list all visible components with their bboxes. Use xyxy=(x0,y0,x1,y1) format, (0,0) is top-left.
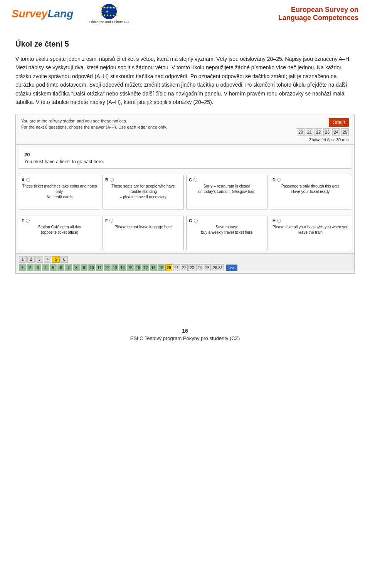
eslc-subtitle: Language Competences xyxy=(278,14,358,22)
page-num-14[interactable]: 14 xyxy=(119,264,126,271)
page-num-8[interactable]: 8 xyxy=(73,264,80,271)
answer-label-row-E: E xyxy=(22,218,98,223)
page-footer: 16 ESLC Testový program Pokyny pro stude… xyxy=(0,320,370,349)
answer-radio-B[interactable] xyxy=(110,178,114,182)
footer-text: ESLC Testový program Pokyny pro studenty… xyxy=(8,335,362,341)
quiz-nav-numbers: 20 21 22 23 24 25 xyxy=(297,128,349,136)
tab-6[interactable]: 6 xyxy=(61,256,68,263)
answer-radio-F[interactable] xyxy=(109,219,113,223)
answer-text-D: Passengers only through this gateHave yo… xyxy=(272,184,348,194)
page-num-10[interactable]: 10 xyxy=(88,264,95,271)
tab-2[interactable]: 2 xyxy=(27,256,35,263)
page-num-5[interactable]: 5 xyxy=(50,264,57,271)
answer-card-G[interactable]: G Save money:buy a weekly travel ticket … xyxy=(186,216,267,250)
quiz-bottom-nav: 1 2 3 4 5 6 1 2 3 4 5 6 7 8 9 10 11 12 1… xyxy=(16,253,354,273)
answer-grid-bottom: E Station Café open all day(opposite tic… xyxy=(16,213,354,253)
nav-num-20[interactable]: 20 xyxy=(297,128,304,136)
eu-circle-icon: ★★★★★★★ ★★★★★★★ xyxy=(101,4,117,19)
survey-text: Survey xyxy=(12,8,47,20)
answer-card-D[interactable]: D Passengers only through this gateHave … xyxy=(270,175,351,209)
page-num-9[interactable]: 9 xyxy=(81,264,87,271)
page-num-11[interactable]: 11 xyxy=(96,264,103,271)
answer-letter-C: C xyxy=(189,178,192,182)
task-description: V tomto úkolu spojíte jeden z osmi nápis… xyxy=(15,55,355,106)
page-num-22[interactable]: 22 xyxy=(181,264,188,271)
answer-letter-D: D xyxy=(272,178,276,182)
tab-5[interactable]: 5 xyxy=(52,256,60,263)
answer-text-E: Station Café open all day(opposite ticke… xyxy=(22,224,98,235)
quiz-instructions: You are at the railway station and you s… xyxy=(21,118,167,130)
page-num-17[interactable]: 17 xyxy=(142,264,149,271)
answer-card-B[interactable]: B These seats are for people who have tr… xyxy=(103,175,184,209)
answer-letter-F: F xyxy=(105,218,108,223)
answer-card-H[interactable]: H Please take all your bags with you whe… xyxy=(270,216,351,250)
page-num-3[interactable]: 3 xyxy=(34,264,41,271)
footer-page-number: 16 xyxy=(8,328,362,334)
nav-num-23[interactable]: 23 xyxy=(323,128,331,136)
page-num-7[interactable]: 7 xyxy=(65,264,72,271)
quit-button[interactable]: Odejít xyxy=(329,118,349,127)
answer-card-C[interactable]: C Sorry – restaurant is closedon today's… xyxy=(186,175,267,209)
nav-num-25[interactable]: 25 xyxy=(341,128,349,136)
answer-text-C: Sorry – restaurant is closedon today's L… xyxy=(189,184,265,194)
answer-card-A[interactable]: A These ticket machines take coins and n… xyxy=(19,175,100,209)
answer-label-row-F: F xyxy=(105,218,181,223)
answer-label-row-C: C xyxy=(189,178,265,182)
page-num-23[interactable]: 23 xyxy=(188,264,195,271)
answer-text-B: These seats are for people who have trou… xyxy=(105,184,181,200)
main-content: Úkol ze čtení 5 V tomto úkolu spojíte je… xyxy=(0,28,370,297)
answer-label-row-A: A xyxy=(22,178,98,182)
nav-num-21[interactable]: 21 xyxy=(306,128,313,136)
answer-letter-G: G xyxy=(189,218,192,223)
page-num-6[interactable]: 6 xyxy=(57,264,64,271)
question-area: 20 You must have a ticket to go past her… xyxy=(19,148,351,169)
page-num-1[interactable]: 1 xyxy=(19,264,26,271)
page-num-13[interactable]: 13 xyxy=(111,264,118,271)
answer-label-row-B: B xyxy=(105,178,181,182)
page-num-20[interactable]: 20 xyxy=(165,264,172,271)
nav-num-22[interactable]: 22 xyxy=(314,128,322,136)
task-title: Úkol ze čtení 5 xyxy=(15,40,355,49)
page-num-12[interactable]: 12 xyxy=(104,264,111,271)
instruction-line2: For the next 6 questions, choose the ans… xyxy=(21,124,167,130)
answer-radio-C[interactable] xyxy=(193,178,197,182)
answer-card-E[interactable]: E Station Café open all day(opposite tic… xyxy=(19,216,100,250)
surveylang-logo: SurveyLang xyxy=(12,8,73,20)
answer-text-G: Save money:buy a weekly travel ticket he… xyxy=(189,224,265,235)
answer-card-F[interactable]: F Please do not leave luggage here xyxy=(103,216,184,250)
answer-radio-H[interactable] xyxy=(277,219,281,223)
instruction-line1: You are at the railway station and you s… xyxy=(21,118,167,124)
page-num-18[interactable]: 18 xyxy=(150,264,157,271)
eu-subtext: Education and Culture DG xyxy=(89,20,129,24)
nav-num-24[interactable]: 24 xyxy=(332,128,340,136)
page-num-19[interactable]: 19 xyxy=(158,264,165,271)
page-num-25[interactable]: 25 xyxy=(204,264,211,271)
answer-letter-H: H xyxy=(272,218,276,223)
page-num-15[interactable]: 15 xyxy=(127,264,134,271)
page-num-21[interactable]: 21 xyxy=(173,264,180,271)
quiz-nav-top: Odejít 20 21 22 23 24 25 Zbývající čas: … xyxy=(297,118,349,142)
page-num-2[interactable]: 2 xyxy=(27,264,34,271)
tab-1[interactable]: 1 xyxy=(19,256,27,263)
tab-3[interactable]: 3 xyxy=(35,256,43,263)
tab-4[interactable]: 4 xyxy=(44,256,52,263)
answer-text-H: Please take all your bags with you when … xyxy=(272,224,348,235)
answer-radio-A[interactable] xyxy=(26,178,30,182)
answer-label-row-G: G xyxy=(189,218,265,223)
page-num-26-31[interactable]: 26-31 xyxy=(212,264,224,271)
answer-grid-top: A These ticket machines take coins and n… xyxy=(16,172,354,213)
eu-logo: ★★★★★★★ ★★★★★★★ Education and Culture DG xyxy=(89,4,129,24)
answer-radio-G[interactable] xyxy=(194,219,198,223)
quiz-header: You are at the railway station and you s… xyxy=(16,114,354,145)
page-num-16[interactable]: 16 xyxy=(135,264,141,271)
answer-radio-D[interactable] xyxy=(277,178,281,182)
answer-label-row-H: H xyxy=(272,218,348,223)
page-num-24[interactable]: 24 xyxy=(196,264,203,271)
answer-label-row-D: D xyxy=(272,178,348,182)
answer-radio-E[interactable] xyxy=(26,219,30,223)
next-button[interactable]: >> xyxy=(226,265,237,271)
question-text: You must have a ticket to go past here. xyxy=(24,159,346,164)
page-num-4[interactable]: 4 xyxy=(42,264,49,271)
answer-letter-A: A xyxy=(22,178,25,182)
eu-stars: ★★★★★★★ ★★★★★★★ xyxy=(100,6,118,17)
